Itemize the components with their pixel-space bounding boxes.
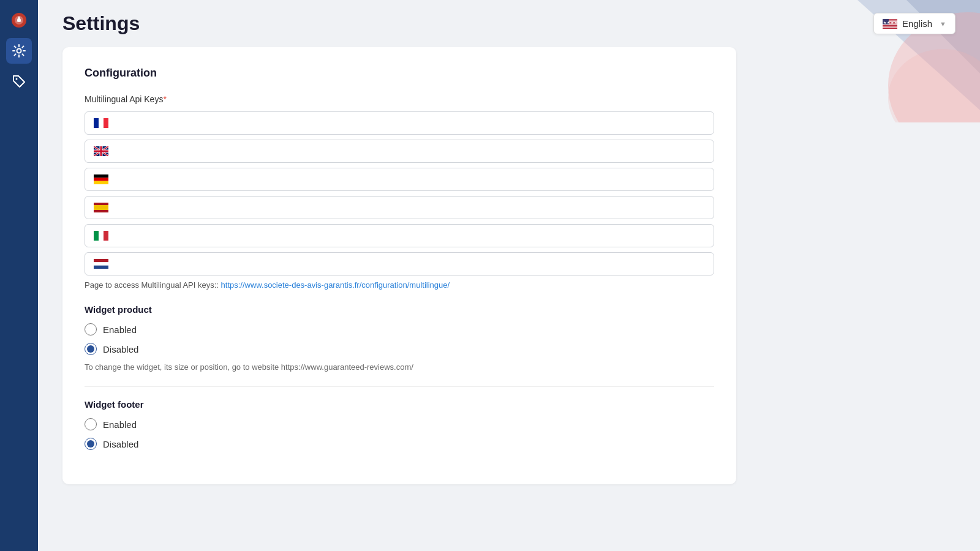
api-key-fr [85, 111, 714, 135]
widget-product-enabled-label: Enabled [103, 324, 137, 335]
settings-card: Configuration Multilingual Api Keys* [62, 47, 736, 484]
api-key-gb-input[interactable] [115, 146, 705, 156]
card-title: Configuration [85, 67, 714, 80]
section-divider [85, 386, 714, 387]
page-title: Settings [62, 12, 140, 35]
svg-rect-24 [94, 205, 108, 210]
widget-footer-disabled-option[interactable]: Disabled [85, 438, 714, 450]
api-key-de-input[interactable] [115, 174, 705, 184]
content-area: Configuration Multilingual Api Keys* [38, 47, 980, 551]
api-key-nl-input[interactable] [115, 259, 705, 269]
sidebar-item-settings[interactable] [6, 38, 32, 64]
widget-footer-enabled-option[interactable]: Enabled [85, 418, 714, 430]
flag-de-icon [94, 174, 108, 184]
api-keys-info: Page to access Multilingual API keys:: h… [85, 280, 714, 290]
flag-es-icon [94, 203, 108, 212]
api-key-it-input[interactable] [115, 231, 705, 241]
svg-text:★★★★★★: ★★★★★★ [883, 20, 897, 24]
svg-rect-16 [94, 118, 99, 128]
svg-rect-11 [883, 24, 897, 24]
flag-nl-icon [94, 259, 108, 269]
main-area: Settings ★★★★★★ English ▼ Configuration [38, 0, 980, 551]
page-header: Settings ★★★★★★ English ▼ [38, 0, 980, 47]
svg-rect-25 [94, 231, 99, 241]
svg-point-4 [16, 78, 18, 80]
svg-rect-28 [94, 259, 108, 262]
widget-product-disabled-radio[interactable] [85, 343, 97, 355]
widget-footer-disabled-label: Disabled [103, 439, 138, 449]
svg-rect-13 [883, 27, 897, 28]
svg-rect-20 [94, 174, 108, 178]
api-keys-label: Multilingual Api Keys* [85, 94, 714, 104]
widget-footer-disabled-radio[interactable] [85, 438, 97, 450]
api-key-nl [85, 252, 714, 276]
widget-footer-section: Widget footer Enabled Disabled [85, 399, 714, 450]
widget-product-disabled-label: Disabled [103, 344, 138, 354]
svg-rect-27 [104, 231, 108, 241]
api-key-fr-input[interactable] [115, 118, 705, 128]
widget-footer-enabled-radio[interactable] [85, 418, 97, 430]
api-key-de [85, 168, 714, 191]
chevron-down-icon: ▼ [940, 20, 946, 28]
svg-rect-30 [94, 266, 108, 269]
svg-rect-22 [94, 181, 108, 184]
widget-product-hint: To change the widget, its size or positi… [85, 362, 714, 372]
language-selector[interactable]: ★★★★★★ English ▼ [873, 13, 956, 34]
svg-rect-18 [104, 118, 108, 128]
svg-rect-21 [94, 178, 108, 181]
widget-product-enabled-option[interactable]: Enabled [85, 323, 714, 335]
widget-product-enabled-radio[interactable] [85, 323, 97, 335]
widget-footer-title: Widget footer [85, 399, 714, 410]
api-key-it [85, 224, 714, 247]
widget-product-section: Widget product Enabled Disabled To chang… [85, 304, 714, 372]
us-flag-icon: ★★★★★★ [883, 19, 897, 29]
api-key-es-input[interactable] [115, 203, 705, 212]
widget-product-disabled-option[interactable]: Disabled [85, 343, 714, 355]
svg-rect-29 [94, 262, 108, 265]
svg-rect-17 [99, 118, 104, 128]
sidebar-item-tags[interactable] [6, 69, 32, 94]
widget-footer-enabled-label: Enabled [103, 419, 137, 430]
flag-fr-icon [94, 118, 108, 128]
language-label: English [902, 18, 932, 29]
svg-rect-12 [883, 26, 897, 26]
svg-point-3 [17, 49, 21, 53]
flag-it-icon [94, 231, 108, 241]
api-keys-section: Multilingual Api Keys* [85, 94, 714, 290]
svg-rect-26 [99, 231, 104, 241]
sidebar-item-rocket[interactable] [6, 7, 32, 33]
widget-product-title: Widget product [85, 304, 714, 315]
api-key-gb [85, 140, 714, 163]
api-keys-link[interactable]: https://www.societe-des-avis-garantis.fr… [221, 280, 450, 290]
api-key-es [85, 196, 714, 219]
flag-gb-icon [94, 146, 108, 156]
sidebar [0, 0, 38, 551]
